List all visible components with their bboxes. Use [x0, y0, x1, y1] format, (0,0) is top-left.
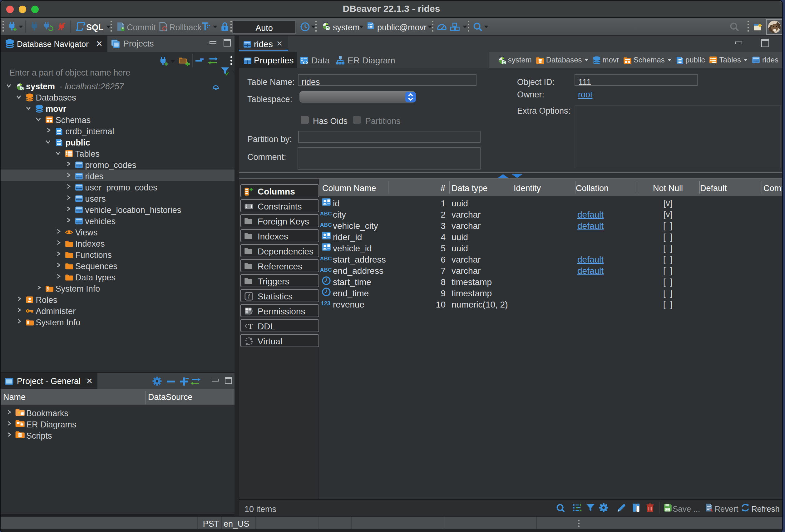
svg-text:i: i	[248, 293, 250, 300]
svg-text:T: T	[248, 322, 253, 330]
